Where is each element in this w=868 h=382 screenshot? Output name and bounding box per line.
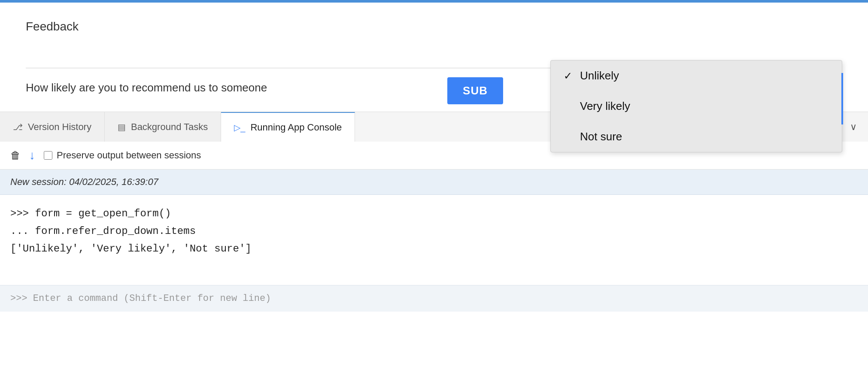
dropdown-container: ✓ Unlikely Very likely Not sure: [550, 60, 842, 152]
tab-label-version-history: Version History: [28, 121, 91, 133]
session-banner: New session: 04/02/2025, 16:39:07: [0, 170, 868, 195]
tab-running-app-console[interactable]: ▷_ Running App Console: [221, 112, 355, 142]
preserve-label[interactable]: Preserve output between sessions: [44, 150, 201, 161]
tab-version-history[interactable]: ⎇ Version History: [0, 112, 105, 142]
chevron-down-icon: ∨: [850, 121, 857, 133]
dropdown-right-border: [841, 73, 843, 124]
console-output: >>> form = get_open_form() ... form.refe…: [0, 195, 868, 281]
tab-background-tasks[interactable]: ▤ Background Tasks: [105, 112, 221, 142]
preserve-checkbox[interactable]: [44, 151, 52, 160]
version-history-icon: ⎇: [13, 122, 23, 132]
output-line-1: >>> form = get_open_form(): [10, 205, 858, 223]
running-app-console-icon: ▷_: [234, 122, 245, 133]
refresh-icon: ↓: [29, 149, 35, 162]
recommend-text: How likely are you to recommend us to so…: [26, 81, 267, 94]
dropdown-label-very-likely: Very likely: [580, 100, 630, 113]
dropdown-label-not-sure: Not sure: [580, 130, 622, 143]
output-line-3: ['Unlikely', 'Very likely', 'Not sure']: [10, 240, 858, 258]
background-tasks-icon: ▤: [118, 122, 126, 132]
preserve-text: Preserve output between sessions: [57, 150, 201, 161]
dropdown-item-not-sure[interactable]: Not sure: [551, 121, 842, 152]
checkmark-empty-2: [564, 131, 574, 143]
dropdown-menu: ✓ Unlikely Very likely Not sure: [550, 60, 842, 152]
dropdown-item-very-likely[interactable]: Very likely: [551, 91, 842, 121]
console-input-area: >>> Enter a command (Shift-Enter for new…: [0, 285, 868, 312]
checkmark-icon: ✓: [564, 70, 574, 82]
delete-icon: 🗑: [10, 149, 21, 161]
console-input-placeholder: >>> Enter a command (Shift-Enter for new…: [10, 293, 271, 304]
refresh-button[interactable]: ↓: [29, 149, 35, 162]
submit-button[interactable]: SUB: [447, 77, 503, 104]
feedback-label: Feedback: [26, 20, 842, 33]
session-text: New session: 04/02/2025, 16:39:07: [10, 176, 158, 187]
dropdown-label-unlikely: Unlikely: [580, 69, 619, 82]
delete-button[interactable]: 🗑: [10, 149, 21, 161]
checkmark-empty-1: [564, 100, 574, 112]
tab-label-background-tasks: Background Tasks: [131, 121, 208, 133]
dropdown-item-unlikely[interactable]: ✓ Unlikely: [551, 61, 842, 91]
tab-label-running-app-console: Running App Console: [250, 122, 342, 133]
output-line-2: ... form.refer_drop_down.items: [10, 223, 858, 240]
